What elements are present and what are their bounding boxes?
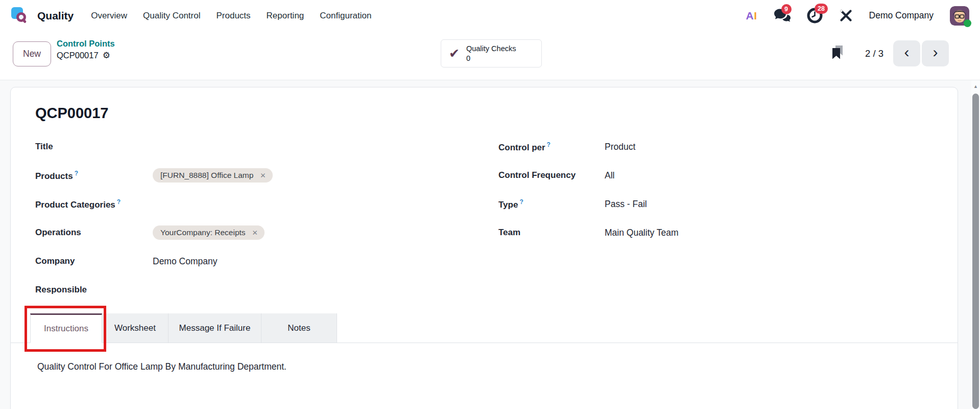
systray: AI 9 28 Demo Compa: [746, 6, 969, 26]
nav-item-overview[interactable]: Overview: [91, 11, 127, 21]
remove-tag-icon[interactable]: ✕: [257, 171, 268, 179]
control-panel: New Control Points QCP00017 ⚙ ✔ Quality …: [0, 31, 980, 80]
instructions-tab-content[interactable]: Quality Control For Office Lamp By Manuf…: [11, 343, 958, 372]
company-label: Company: [35, 256, 75, 266]
app-name[interactable]: Quality: [37, 10, 74, 22]
remove-tag-icon[interactable]: ✕: [250, 229, 260, 237]
field-row-product-categories: Product Categories?: [35, 190, 362, 218]
pager-next-button[interactable]: ›: [922, 40, 949, 66]
control-frequency-value[interactable]: All: [605, 170, 846, 181]
user-avatar[interactable]: [950, 6, 969, 26]
top-navbar: Quality Overview Quality Control Product…: [0, 0, 980, 31]
operations-label: Operations: [35, 228, 81, 237]
tab-instructions[interactable]: Instructions: [30, 313, 102, 343]
activities-badge: 28: [815, 4, 828, 14]
help-icon: ?: [117, 198, 121, 206]
form-sheet: QCP00017 Title Products? [FURN_8888] Off…: [10, 87, 958, 409]
online-status-dot: [964, 19, 971, 27]
field-row-type: Type? Pass - Fail: [498, 190, 846, 218]
quality-checks-stat-button[interactable]: ✔ Quality Checks 0: [441, 39, 542, 67]
breadcrumb-control-points-link[interactable]: Control Points: [57, 39, 115, 49]
type-label: Type: [498, 199, 518, 209]
nav-item-reporting[interactable]: Reporting: [267, 11, 304, 21]
control-per-label: Control per: [498, 142, 545, 152]
ai-assistant-icon[interactable]: AI: [746, 10, 757, 22]
team-value[interactable]: Main Quality Team: [605, 228, 846, 238]
title-input[interactable]: [153, 142, 362, 152]
form-left-column: Title Products? [FURN_8888] Office Lamp …: [35, 132, 362, 304]
bookmark-icon[interactable]: [832, 48, 844, 60]
title-label: Title: [35, 142, 53, 151]
field-row-control-per: Control per? Product: [498, 132, 846, 161]
operations-input[interactable]: YourCompany: Receipts ✕: [153, 225, 362, 240]
form-right-column: Control per? Product Control Frequency A…: [498, 132, 846, 247]
magnifier-icon: [16, 12, 26, 22]
content-area: QCP00017 Title Products? [FURN_8888] Off…: [0, 80, 980, 409]
record-title: QCP00017: [35, 105, 109, 122]
field-row-team: Team Main Quality Team: [498, 218, 846, 247]
company-switcher[interactable]: Demo Company: [869, 10, 934, 21]
team-label: Team: [498, 228, 520, 237]
main-menu: Overview Quality Control Products Report…: [91, 11, 371, 21]
nav-item-quality-control[interactable]: Quality Control: [143, 11, 200, 21]
products-label: Products: [35, 171, 73, 180]
responsible-input[interactable]: [153, 285, 362, 295]
instructions-text: Quality Control For Office Lamp By Manuf…: [37, 361, 958, 372]
quality-app-logo-icon[interactable]: [11, 6, 31, 26]
check-icon: ✔: [449, 47, 460, 60]
tab-bar: Instructions Worksheet Message If Failur…: [11, 313, 958, 343]
help-icon: ?: [547, 141, 551, 148]
nav-item-configuration[interactable]: Configuration: [320, 11, 371, 21]
pager-previous-button[interactable]: ‹: [893, 40, 920, 66]
tools-icon[interactable]: [839, 9, 853, 22]
nav-item-products[interactable]: Products: [216, 11, 250, 21]
breadcrumb-current-record: QCP00017: [57, 51, 99, 60]
scrollbar-thumb[interactable]: [972, 94, 979, 409]
field-row-title: Title: [35, 132, 362, 161]
quality-checks-label: Quality Checks: [466, 44, 516, 54]
pager-counter[interactable]: 2 / 3: [865, 48, 883, 59]
control-frequency-label: Control Frequency: [498, 170, 576, 180]
company-value[interactable]: Demo Company: [153, 256, 362, 267]
breadcrumb: Control Points QCP00017 ⚙: [57, 39, 115, 61]
help-icon: ?: [75, 170, 78, 177]
responsible-label: Responsible: [35, 285, 87, 294]
messages-badge: 9: [781, 4, 792, 14]
tab-worksheet[interactable]: Worksheet: [102, 313, 169, 343]
operation-tag[interactable]: YourCompany: Receipts ✕: [153, 225, 265, 240]
field-row-products: Products? [FURN_8888] Office Lamp ✕: [35, 161, 362, 190]
crossed-tools-glyph: [839, 9, 853, 22]
new-button[interactable]: New: [13, 41, 51, 66]
products-input[interactable]: [FURN_8888] Office Lamp ✕: [153, 168, 362, 183]
activities-icon[interactable]: 28: [807, 8, 823, 24]
type-value[interactable]: Pass - Fail: [605, 199, 846, 210]
product-categories-label: Product Categories: [35, 199, 115, 209]
product-categories-input[interactable]: [153, 199, 362, 209]
help-icon: ?: [519, 198, 523, 206]
tab-message-if-failure[interactable]: Message If Failure: [169, 313, 261, 343]
field-row-responsible: Responsible: [35, 276, 362, 304]
field-row-control-frequency: Control Frequency All: [498, 161, 846, 190]
notebook: Instructions Worksheet Message If Failur…: [11, 313, 958, 372]
vertical-scrollbar[interactable]: ▲: [971, 80, 980, 409]
pager-area: 2 / 3 ‹ ›: [832, 39, 949, 67]
control-per-value[interactable]: Product: [605, 142, 846, 152]
field-row-operations: Operations YourCompany: Receipts ✕: [35, 218, 362, 247]
product-tag[interactable]: [FURN_8888] Office Lamp ✕: [153, 168, 273, 183]
field-row-company: Company Demo Company: [35, 247, 362, 276]
messages-icon[interactable]: 9: [774, 8, 791, 23]
gear-icon[interactable]: ⚙: [103, 50, 110, 61]
quality-checks-count: 0: [466, 54, 516, 63]
app-brand: Quality: [11, 6, 74, 26]
tab-notes[interactable]: Notes: [261, 313, 337, 343]
scroll-up-arrow-icon[interactable]: ▲: [971, 84, 980, 89]
